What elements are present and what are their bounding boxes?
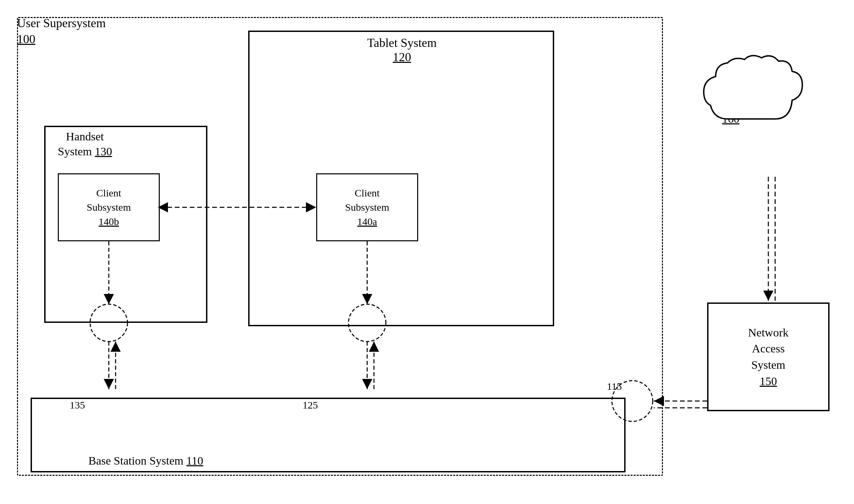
handset-system-label: HandsetSystem 130: [58, 129, 112, 159]
ref-125: 125: [303, 399, 318, 411]
client-subsystem-140b: ClientSubsystem140b: [58, 173, 160, 241]
network-access-label: NetworkAccessSystem150: [748, 325, 789, 389]
network-access-box: NetworkAccessSystem150: [707, 302, 830, 411]
client-subsystem-140a: ClientSubsystem140a: [316, 173, 418, 241]
tablet-system-label: Tablet System120: [367, 36, 437, 64]
provider-network-label: ProviderNetwork160: [711, 82, 751, 127]
base-station-label: Base Station System 110: [88, 454, 203, 467]
user-supersystem-label: User Supersystem100: [17, 15, 106, 47]
ref-115: 115: [607, 381, 622, 392]
ref-135: 135: [70, 399, 85, 411]
